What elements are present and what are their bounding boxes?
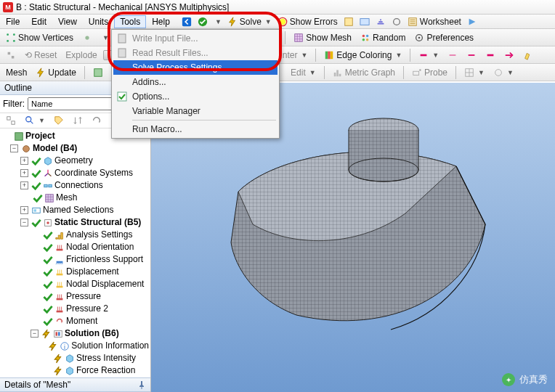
probe-button[interactable]: Probe: [409, 67, 450, 78]
show-errors-button[interactable]: Show Errors: [275, 16, 341, 28]
check-icon: [43, 255, 53, 265]
toolbar-dropdown[interactable]: ▼: [211, 17, 224, 26]
pin-icon[interactable]: [137, 380, 146, 389]
tree-pressure2[interactable]: Pressure 2: [1, 303, 149, 315]
tree-model[interactable]: −Model (B4): [1, 142, 149, 155]
mesh-icon: [44, 193, 54, 203]
edit-dropdown[interactable]: Edit▼: [288, 67, 319, 78]
tree-displacement[interactable]: Displacement: [1, 266, 149, 278]
thicken-1[interactable]: [445, 49, 461, 61]
metric-graph-button[interactable]: Metric Graph: [330, 67, 398, 78]
project-icon: [14, 131, 24, 142]
toolbar-icon-5[interactable]: [464, 16, 480, 28]
app-logo-icon: M: [3, 2, 13, 12]
separator: [84, 66, 85, 79]
tree-refresh[interactable]: [89, 115, 105, 126]
check-icon: [43, 279, 53, 290]
svg-rect-27: [339, 73, 341, 76]
solve-button[interactable]: Solve▼: [224, 16, 275, 28]
toolbar-icon-1[interactable]: [341, 16, 357, 28]
toolbar-icon-2[interactable]: [357, 16, 373, 28]
menu-tools[interactable]: Tools: [114, 15, 146, 28]
explode-button[interactable]: Explode: [62, 49, 100, 61]
connections-icon: [43, 181, 53, 191]
tree-stress[interactable]: Stress Intensity: [1, 352, 149, 364]
show-vertices-button[interactable]: Show Vertices: [3, 32, 76, 44]
tree-nodal-orient[interactable]: Nodal Orientation: [1, 241, 149, 253]
tree-frictionless[interactable]: Frictionless Support: [1, 253, 149, 266]
edge-coloring-button[interactable]: Edge Coloring▼: [321, 49, 405, 61]
svg-rect-38: [49, 184, 52, 187]
reset-button[interactable]: ⟲Reset: [22, 49, 60, 61]
project-tree[interactable]: Project −Model (B4) +Geometry +Coordinat…: [0, 128, 150, 377]
svg-point-20: [418, 36, 421, 38]
tree-force[interactable]: Force Reaction: [1, 364, 149, 377]
mode-mesh[interactable]: Mesh: [3, 67, 30, 78]
svg-rect-37: [44, 184, 47, 187]
show-mesh-icon: [293, 33, 304, 43]
menu-bar: File Edit View Units Tools Help ▼ Solve▼…: [0, 15, 555, 29]
menu-view[interactable]: View: [52, 15, 83, 28]
tree-named-sel[interactable]: +Named Selections: [1, 204, 149, 216]
random-button[interactable]: Random: [357, 32, 408, 44]
nav-back-button[interactable]: [179, 16, 195, 28]
tree-collapse-all[interactable]: [3, 115, 19, 126]
mesh-icon-1[interactable]: [90, 67, 106, 78]
tree-connections[interactable]: +Connections: [1, 179, 149, 192]
tree-analysis[interactable]: Analysis Settings: [1, 229, 149, 241]
lightning-icon: [53, 354, 63, 364]
random-icon: [360, 33, 370, 43]
disp-icon: [54, 267, 65, 277]
tree-static[interactable]: −Static Structural (B5): [1, 216, 149, 229]
separator: [285, 31, 285, 44]
menu-help[interactable]: Help: [146, 15, 176, 28]
tree-moment[interactable]: Moment: [1, 315, 149, 327]
tree-find[interactable]: ▼: [22, 115, 48, 126]
menu-edit[interactable]: Edit: [25, 15, 52, 28]
file-icon: [116, 33, 128, 44]
worksheet-button[interactable]: Worksheet: [405, 16, 464, 28]
preferences-button[interactable]: Preferences: [411, 32, 477, 44]
enter-fragment: nter▼: [280, 49, 311, 61]
menu-variable-manager[interactable]: Variable Manager: [113, 104, 278, 118]
separator: [410, 49, 410, 62]
vertex-scale-button[interactable]: [79, 32, 95, 44]
menu-solve-process-settings[interactable]: Solve Process Settings...: [113, 60, 278, 75]
svg-point-16: [366, 34, 369, 37]
thicken-3[interactable]: [482, 49, 498, 61]
tree-geometry[interactable]: +Geometry: [1, 155, 149, 167]
load-icon: [54, 292, 65, 302]
menu-addins[interactable]: Addins...: [113, 75, 278, 89]
menu-options[interactable]: Options...: [113, 89, 278, 104]
show-mesh-button[interactable]: Show Mesh: [291, 32, 355, 44]
tree-nodal-disp[interactable]: Nodal Displacement: [1, 278, 149, 290]
thicken-2[interactable]: [463, 49, 479, 61]
tree-filter-tag[interactable]: [51, 115, 67, 126]
watermark: ✦ 仿真秀: [502, 373, 548, 386]
menu-file[interactable]: File: [0, 15, 25, 28]
tree-coord[interactable]: +Coordinate Systems: [1, 167, 149, 179]
vertex-dropdown[interactable]: ▼: [98, 33, 112, 42]
tree-sort[interactable]: [70, 115, 86, 126]
collapse-button[interactable]: [3, 49, 19, 61]
tree-mesh[interactable]: Mesh: [1, 192, 149, 204]
details-header[interactable]: Details of "Mesh": [0, 377, 150, 392]
grid-icon[interactable]: ▼: [461, 67, 487, 78]
tree-sol-info[interactable]: iSolution Information: [1, 340, 149, 352]
tree-pressure[interactable]: Pressure: [1, 290, 149, 303]
update-button[interactable]: Update: [33, 67, 79, 78]
menu-run-macro[interactable]: Run Macro...: [113, 122, 278, 136]
highlight-icon[interactable]: [520, 49, 536, 61]
warning-icon: [278, 17, 288, 27]
toolbar-icon-3[interactable]: [373, 16, 389, 28]
probe-icon: [412, 68, 422, 78]
svg-point-2: [279, 18, 285, 25]
svg-point-12: [85, 36, 89, 39]
thicken-arrow[interactable]: [501, 49, 517, 61]
svg-rect-49: [57, 310, 63, 312]
thicken-button[interactable]: ▼: [416, 49, 442, 61]
tree-solution[interactable]: −Solution (B6): [1, 327, 149, 340]
menu-units[interactable]: Units: [83, 15, 114, 28]
toolbar-icon-4[interactable]: [389, 16, 405, 28]
az-icon[interactable]: ▼: [490, 67, 516, 78]
